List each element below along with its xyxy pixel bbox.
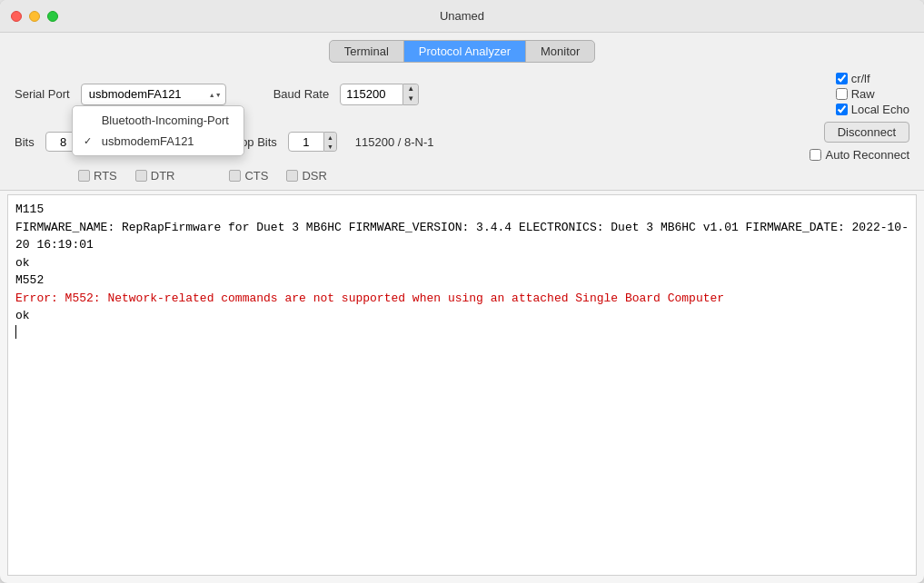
local-echo-row: Local Echo [836, 103, 909, 116]
serial-port-dropdown: Bluetooth-Incoming-Port ✓ usbmodemFA121 [72, 105, 244, 156]
title-bar: Unamed [0, 0, 924, 33]
main-window: Unamed Terminal Protocol Analyzer Monito… [0, 0, 924, 583]
tab-terminal[interactable]: Terminal [330, 41, 404, 62]
local-echo-label: Local Echo [851, 103, 909, 116]
signal-row: RTS DTR CTS DSR [15, 165, 909, 184]
traffic-lights [11, 11, 58, 22]
terminal-line: Error: M552: Network-related commands ar… [15, 290, 909, 308]
terminal-cursor-line [15, 325, 909, 339]
serial-port-label: Serial Port [15, 87, 70, 101]
dsr-label: DSR [302, 169, 326, 183]
bits-label: Bits [15, 135, 35, 149]
close-button[interactable] [11, 11, 22, 22]
terminal-line: FIRMWARE_NAME: RepRapFirmware for Duet 3… [15, 219, 909, 254]
maximize-button[interactable] [47, 11, 58, 22]
cts-led [229, 170, 241, 182]
right-panel: Disconnect Auto Reconnect [810, 122, 909, 162]
terminal-line: ok [15, 307, 909, 325]
cr-lf-row: cr/lf [836, 72, 909, 85]
stop-bits-down[interactable]: ▼ [324, 142, 336, 151]
local-echo-checkbox[interactable] [836, 104, 848, 115]
baud-rate-down[interactable]: ▼ [403, 94, 418, 104]
auto-reconnect-checkbox[interactable] [810, 149, 821, 161]
serial-port-wrapper: usbmodemFA121 Bluetooth-Incoming-Port ✓ … [81, 84, 226, 105]
auto-reconnect-label: Auto Reconnect [825, 148, 909, 162]
dtr-label: DTR [151, 169, 175, 183]
dsr-signal: DSR [286, 169, 326, 183]
window-title: Unamed [440, 9, 484, 23]
checkboxes-col: cr/lf Raw Local Echo [836, 72, 909, 116]
disconnect-button[interactable]: Disconnect [824, 122, 909, 143]
dropdown-label-usbmodem: usbmodemFA121 [102, 134, 194, 148]
raw-checkbox[interactable] [836, 88, 848, 100]
stop-bits-stepper: ▲ ▼ [288, 132, 337, 152]
info-text: 115200 / 8-N-1 [355, 135, 434, 149]
baud-rate-wrapper: ▲ ▼ [340, 84, 419, 105]
dropdown-check-usbmodem: ✓ [84, 135, 94, 147]
terminal-line: M552 [15, 272, 909, 290]
tab-protocol-analyzer[interactable]: Protocol Analyzer [404, 41, 526, 62]
stop-bits-input[interactable] [288, 132, 324, 152]
cts-signal: CTS [229, 169, 268, 183]
dtr-led [135, 170, 147, 182]
rts-led [78, 170, 90, 182]
baud-rate-label: Baud Rate [273, 87, 329, 101]
stop-bits-steppers: ▲ ▼ [324, 132, 337, 152]
dropdown-label-bluetooth: Bluetooth-Incoming-Port [102, 114, 229, 127]
auto-reconnect-row: Auto Reconnect [810, 148, 909, 162]
minimize-button[interactable] [29, 11, 40, 22]
cr-lf-label: cr/lf [851, 72, 870, 85]
rts-label: RTS [94, 169, 117, 183]
cr-lf-checkbox[interactable] [836, 73, 848, 84]
dsr-led [286, 170, 298, 182]
stop-bits-up[interactable]: ▲ [324, 133, 336, 142]
terminal-line: M115 [15, 201, 909, 219]
baud-rate-up[interactable]: ▲ [403, 84, 418, 94]
dtr-signal: DTR [135, 169, 175, 183]
controls-area: Serial Port usbmodemFA121 Bluetooth-Inco… [0, 68, 924, 191]
cts-label: CTS [244, 169, 268, 183]
terminal-line: ok [15, 254, 909, 272]
dropdown-item-bluetooth[interactable]: Bluetooth-Incoming-Port [73, 110, 243, 131]
tab-bar: Terminal Protocol Analyzer Monitor [0, 33, 924, 68]
tab-monitor[interactable]: Monitor [526, 41, 594, 62]
dropdown-item-usbmodem[interactable]: ✓ usbmodemFA121 [73, 131, 243, 152]
raw-label: Raw [851, 87, 875, 101]
baud-rate-stepper: ▲ ▼ [403, 84, 419, 105]
tab-group: Terminal Protocol Analyzer Monitor [329, 40, 596, 63]
serial-port-button[interactable]: usbmodemFA121 [81, 84, 226, 105]
baud-rate-input[interactable] [340, 84, 403, 105]
raw-row: Raw [836, 87, 909, 101]
terminal-area[interactable]: M115FIRMWARE_NAME: RepRapFirmware for Du… [7, 194, 917, 576]
terminal-cursor [15, 325, 16, 339]
rts-signal: RTS [78, 169, 117, 183]
